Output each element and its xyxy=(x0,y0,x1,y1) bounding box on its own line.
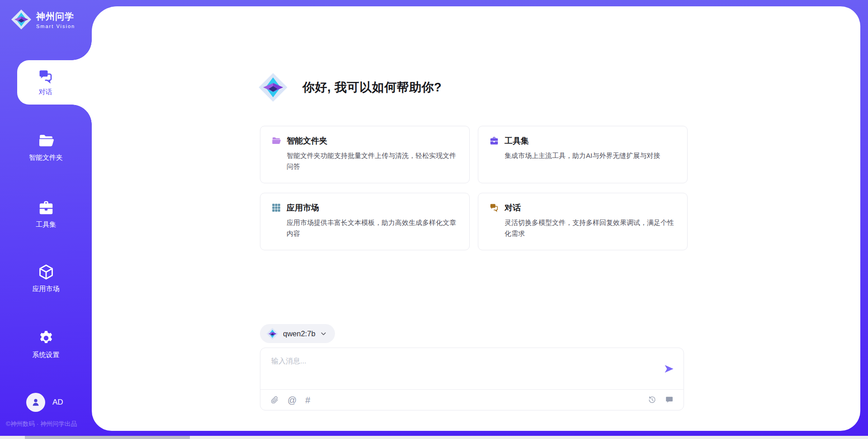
sidebar-item-label: 系统设置 xyxy=(33,351,60,359)
message-composer: @ # xyxy=(260,348,684,410)
card-header: 应用市场 xyxy=(271,202,458,213)
card-title: 工具集 xyxy=(505,135,529,146)
model-name: qwen2:7b xyxy=(283,329,316,338)
apps-grid-icon xyxy=(271,203,281,213)
scrollbar-thumb[interactable] xyxy=(25,436,190,439)
folder-icon xyxy=(38,132,55,149)
topic-button[interactable]: # xyxy=(305,396,310,405)
sidebar-item-label: 智能文件夹 xyxy=(29,153,63,162)
sidebar-item-app-market[interactable]: 应用市场 xyxy=(0,263,92,293)
chat-icon xyxy=(489,203,499,213)
sidebar-item-label: 应用市场 xyxy=(33,285,60,293)
card-header: 智能文件夹 xyxy=(271,135,458,146)
sidebar-item-label: 对话 xyxy=(39,88,52,96)
app-logo: 神州问学 Smart Vision xyxy=(11,9,75,30)
cube-icon xyxy=(38,263,55,281)
history-icon xyxy=(648,396,656,404)
card-title: 智能文件夹 xyxy=(287,135,327,146)
hash-icon: # xyxy=(305,396,310,405)
briefcase-icon xyxy=(489,136,499,146)
main-panel: 你好, 我可以如何帮助你? 智能文件夹 智能文件夹功能支持批量文件上传与清洗，轻… xyxy=(92,6,860,431)
greeting-diamond-icon xyxy=(258,72,288,102)
chat-bubble-icon xyxy=(665,396,674,404)
message-input[interactable] xyxy=(260,348,647,383)
card-description: 智能文件夹功能支持批量文件上传与清洗，轻松实现文件问答 xyxy=(287,150,458,172)
card-header: 对话 xyxy=(489,202,676,213)
sidebar-item-chat[interactable]: 对话 xyxy=(17,60,92,105)
sidebar: 神州问学 Smart Vision 对话 智能文件夹 工具集 应用市场 xyxy=(0,0,92,439)
paperclip-icon xyxy=(270,396,279,404)
toolbar-left: @ # xyxy=(270,396,310,405)
model-selector[interactable]: qwen2:7b xyxy=(260,324,335,343)
model-diamond-icon xyxy=(266,328,278,340)
gear-icon xyxy=(38,329,55,347)
card-chat[interactable]: 对话 灵活切换多模型文件，支持多样回复效果调试，满足个性化需求 xyxy=(478,193,688,250)
copyright-footer: ©神州数码 · 神州问学出品 xyxy=(6,420,77,428)
at-icon: @ xyxy=(288,396,297,405)
greeting-title: 你好, 我可以如何帮助你? xyxy=(302,79,442,95)
sidebar-item-settings[interactable]: 系统设置 xyxy=(0,329,92,359)
card-app-market[interactable]: 应用市场 应用市场提供丰富长文本模板，助力高效生成多样化文章内容 xyxy=(260,193,470,250)
brand-diamond-icon xyxy=(11,9,32,30)
greeting-block: 你好, 我可以如何帮助你? xyxy=(258,72,442,102)
brand-subtitle: Smart Vision xyxy=(36,24,75,29)
card-title: 应用市场 xyxy=(287,202,319,213)
sidebar-item-label: 工具集 xyxy=(36,220,56,229)
card-description: 应用市场提供丰富长文本模板，助力高效生成多样化文章内容 xyxy=(287,217,458,239)
card-smart-folder[interactable]: 智能文件夹 智能文件夹功能支持批量文件上传与清洗，轻松实现文件问答 xyxy=(260,126,470,183)
card-toolset[interactable]: 工具集 集成市场上主流工具，助力AI与外界无缝扩展与对接 xyxy=(478,126,688,183)
brand-text: 神州问学 Smart Vision xyxy=(36,10,75,29)
folder-icon xyxy=(271,136,281,146)
sidebar-item-smart-folder[interactable]: 智能文件夹 xyxy=(0,132,92,162)
composer-toolbar: @ # xyxy=(260,390,684,410)
feature-cards: 智能文件夹 智能文件夹功能支持批量文件上传与清洗，轻松实现文件问答 工具集 集成… xyxy=(260,126,688,250)
sidebar-item-toolset[interactable]: 工具集 xyxy=(0,199,92,229)
toolbar-right xyxy=(648,396,674,404)
chat-icon xyxy=(38,68,54,85)
mention-button[interactable]: @ xyxy=(288,396,297,405)
toolbox-icon xyxy=(38,199,55,216)
card-title: 对话 xyxy=(505,202,521,213)
conversation-button[interactable] xyxy=(665,396,674,404)
card-description: 集成市场上主流工具，助力AI与外界无缝扩展与对接 xyxy=(505,150,676,161)
attach-button[interactable] xyxy=(270,396,279,404)
card-header: 工具集 xyxy=(489,135,676,146)
avatar xyxy=(26,393,45,412)
send-icon xyxy=(664,363,675,374)
brand-name: 神州问学 xyxy=(36,10,75,23)
user-initials: AD xyxy=(52,398,63,407)
user-profile[interactable]: AD xyxy=(26,393,63,412)
send-button[interactable] xyxy=(664,363,675,374)
chevron-down-icon xyxy=(320,330,327,337)
horizontal-scrollbar[interactable] xyxy=(0,436,868,439)
person-icon xyxy=(30,397,41,408)
history-button[interactable] xyxy=(648,396,656,404)
card-description: 灵活切换多模型文件，支持多样回复效果调试，满足个性化需求 xyxy=(505,217,676,239)
